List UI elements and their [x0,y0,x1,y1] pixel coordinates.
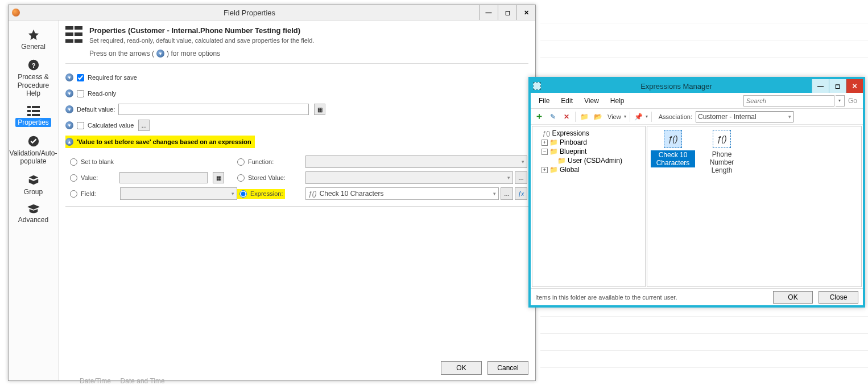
expand-toggle-readonly[interactable]: ▼ [65,89,73,97]
em-app-icon [533,82,541,90]
search-input[interactable] [743,95,834,107]
radio-expression[interactable] [239,190,247,198]
sidebar-item-validation[interactable]: Validation/Auto-populate [11,132,56,168]
menu-file[interactable]: File [534,96,554,106]
delete-icon[interactable]: ✕ [561,112,572,122]
maximize-button[interactable]: ◻ [498,5,516,20]
em-maximize-button[interactable]: ◻ [829,79,846,93]
cube-icon [27,174,40,186]
sidebar-item-group[interactable]: Group [11,170,56,198]
list-icon [27,106,40,116]
field-combo[interactable]: ▾ [120,187,237,200]
svg-rect-7 [32,114,40,116]
em-titlebar[interactable]: Expressions Manager — ◻ ✕ [531,79,863,93]
page-title: Properties (Customer - Internal.Phone Nu… [89,26,314,35]
tree-panel: ƒ()Expressions +📁Pinboard −📁Blueprint 📁U… [532,126,646,287]
graduation-icon [27,204,40,214]
svg-rect-4 [27,110,31,112]
radio-set-blank[interactable] [70,158,77,166]
tree-pinboard[interactable]: +📁Pinboard [534,138,644,147]
em-close-button[interactable]: ✕ [846,79,863,93]
content-area: Properties (Customer - Internal.Phone Nu… [59,21,535,380]
expression-edit-icon[interactable]: ƒx [515,187,527,200]
field-properties-titlebar[interactable]: Field Properties — ◻ ✕ [9,5,535,21]
expand-toggle-default[interactable]: ▼ [65,105,73,113]
folder-add-icon[interactable]: 📁 [579,112,589,122]
radio-value[interactable] [70,174,77,182]
svg-rect-6 [27,114,31,116]
menu-edit[interactable]: Edit [556,96,577,106]
page-subtitle: Set required, read-only, default value, … [89,37,314,44]
folder-icon: 📁 [549,138,558,146]
close-button[interactable]: ✕ [516,5,535,20]
radio-function[interactable] [237,158,245,166]
fx-icon: ƒ() [543,130,550,137]
folder-icon: 📁 [549,148,558,155]
association-combo[interactable]: Customer - Internal▾ [696,111,793,122]
em-menubar: File Edit View Help ▾ Go [531,93,863,109]
expression-icon: ƒ() [713,130,731,148]
view-dropdown[interactable]: View▾ [606,113,626,120]
value-before-save-options: Set to blank Function: ▾ Value: ▦ Stored… [65,151,528,207]
item-check-10-characters[interactable]: ƒ() Check 10 Characters [651,130,695,167]
em-toolbar: ＋ ✎ ✕ 📁 📂 View▾ 📌▾ Association: Customer… [531,109,863,125]
chevron-down-icon: ▼ [156,50,164,58]
edit-icon[interactable]: ✎ [548,112,558,122]
search-go[interactable]: Go [846,97,859,105]
sidebar-item-general[interactable]: General [11,25,56,53]
separator [651,112,652,122]
radio-stored-value[interactable] [237,174,245,182]
function-combo[interactable]: ▾ [305,155,527,168]
tree-root[interactable]: ƒ()Expressions [534,129,644,138]
arrows-hint: Press on the arrows ( ▼ ) for more optio… [89,50,314,58]
stored-value-ellipsis[interactable]: … [515,171,527,184]
radio-field[interactable] [70,190,77,198]
em-minimize-button[interactable]: — [812,79,829,93]
em-ok-button[interactable]: OK [773,291,813,304]
readonly-checkbox[interactable] [77,90,84,97]
ok-button[interactable]: OK [441,361,482,375]
tree-blueprint[interactable]: −📁Blueprint [534,147,644,156]
minimize-button[interactable]: — [479,5,498,20]
menu-view[interactable]: View [580,96,604,106]
content-header: Properties (Customer - Internal.Phone Nu… [65,26,528,64]
sidebar-item-advanced[interactable]: Advanced [11,200,56,226]
cancel-button[interactable]: Cancel [487,361,528,375]
stored-value-combo[interactable]: ▾ [305,171,513,184]
sidebar-item-properties[interactable]: Properties [11,103,56,129]
folder-up-icon[interactable]: 📂 [593,112,603,122]
expression-ellipsis[interactable]: … [501,187,513,200]
tree-global[interactable]: +📁Global [534,165,644,174]
separator [630,112,630,122]
add-icon[interactable]: ＋ [534,112,544,122]
field-properties-window: Field Properties — ◻ ✕ General ? Process… [8,5,536,381]
calculated-checkbox[interactable] [77,122,84,129]
fx-icon: ƒ() [308,190,317,198]
default-value-input[interactable] [118,104,309,115]
help-icon: ? [27,59,40,71]
tree-user[interactable]: 📁User (CSDAdmin) [534,156,644,165]
search-dropdown-icon[interactable]: ▾ [836,95,845,107]
menu-help[interactable]: Help [606,96,629,106]
pin-dropdown[interactable]: 📌▾ [634,112,648,122]
ellipsis-button[interactable]: … [138,120,150,131]
app-orb-icon [12,9,20,17]
expand-toggle-calculated[interactable]: ▼ [65,121,73,129]
sidebar-item-help[interactable]: ? Process & Procedure Help [11,55,56,100]
expand-toggle-required[interactable]: ▼ [65,73,73,81]
expressions-manager-window: Expressions Manager — ◻ ✕ File Edit View… [528,77,865,308]
value-picker-icon[interactable]: ▦ [213,172,224,183]
grid-picker-icon[interactable]: ▦ [314,104,325,115]
svg-rect-3 [32,106,40,108]
expression-combo[interactable]: ƒ()Check 10 Characters ▾ [305,187,499,200]
sidebar: General ? Process & Procedure Help Prope… [9,21,59,380]
required-checkbox[interactable] [77,74,84,81]
em-close-button-footer[interactable]: Close [819,291,858,304]
collapse-toggle[interactable]: ▲ [65,138,73,146]
highlight-text: 'Value to set before save' changes based… [77,138,251,145]
svg-text:?: ? [31,62,35,69]
folder-icon: 📁 [557,157,566,165]
folder-icon: 📁 [549,166,558,174]
item-phone-number-length[interactable]: ƒ() Phone Number Length [700,130,744,174]
calculated-label: Calculated value [88,122,134,129]
